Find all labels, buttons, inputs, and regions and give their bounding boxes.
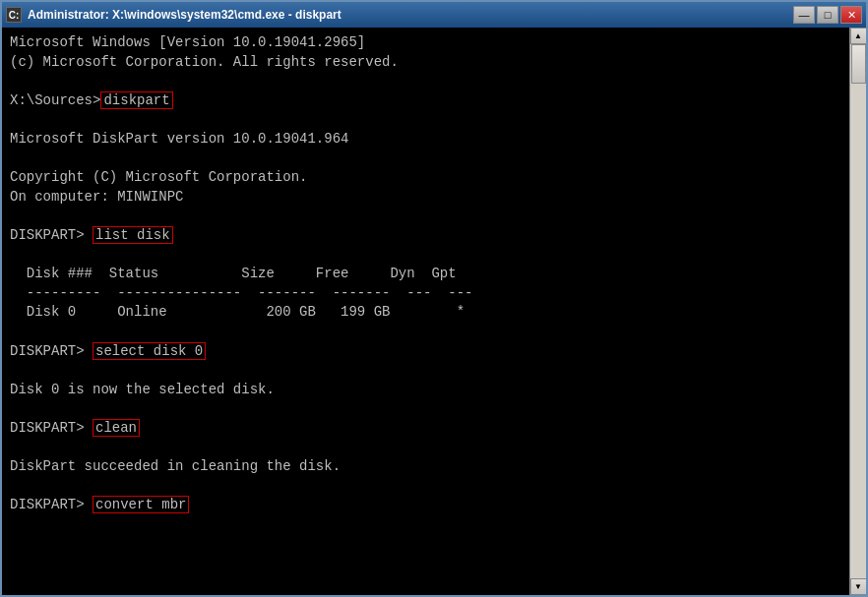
line-8: Copyright (C) Microsoft Corporation. <box>10 168 841 188</box>
prompt-2: DISKPART> <box>10 227 93 243</box>
line-13 <box>10 323 841 342</box>
line-7 <box>10 149 841 169</box>
line-9: On computer: MINWINPC <box>10 188 841 208</box>
cmd-list-disk: list disk <box>93 226 173 244</box>
line-19 <box>10 438 841 457</box>
window-icon: C: <box>6 7 22 23</box>
title-bar-left: C: Administrator: X:\windows\system32\cm… <box>6 7 341 23</box>
scroll-down-button[interactable]: ▼ <box>850 578 867 595</box>
line-6: Microsoft DiskPart version 10.0.19041.96… <box>10 130 841 149</box>
title-text: Administrator: X:\windows\system32\cmd.e… <box>28 8 341 22</box>
scrollbar[interactable]: ▲ ▼ <box>849 28 866 595</box>
line-17 <box>10 399 841 419</box>
scroll-track <box>850 44 866 578</box>
prompt-1: X:\Sources> <box>10 92 100 108</box>
line-14: DISKPART> select disk 0 <box>10 342 841 362</box>
line-4: X:\Sources>diskpart <box>10 91 841 111</box>
line-3 <box>10 72 841 91</box>
line-16: Disk 0 is now the selected disk. <box>10 381 841 400</box>
line-21 <box>10 477 841 497</box>
prompt-4: DISKPART> <box>10 420 93 436</box>
line-5 <box>10 110 841 130</box>
scroll-thumb[interactable] <box>851 44 866 84</box>
table-sep: --------- --------------- ------- ------… <box>10 284 841 304</box>
table-header: Disk ### Status Size Free Dyn Gpt <box>10 265 841 284</box>
cmd-clean: clean <box>93 419 140 437</box>
line-1: Microsoft Windows [Version 10.0.19041.29… <box>10 33 841 53</box>
title-buttons: — □ ✕ <box>793 6 862 24</box>
cmd-convert-mbr: convert mbr <box>93 496 189 513</box>
line-2: (c) Microsoft Corporation. All rights re… <box>10 53 841 73</box>
minimize-button[interactable]: — <box>793 6 815 24</box>
maximize-button[interactable]: □ <box>817 6 838 24</box>
line-15 <box>10 361 841 381</box>
cmd-window: C: Administrator: X:\windows\system32\cm… <box>0 0 868 597</box>
line-20: DiskPart succeeded in cleaning the disk. <box>10 457 841 477</box>
title-bar: C: Administrator: X:\windows\system32\cm… <box>2 2 866 28</box>
line-22: DISKPART> convert mbr <box>10 496 841 515</box>
cmd-select-disk: select disk 0 <box>93 342 206 360</box>
terminal-output[interactable]: Microsoft Windows [Version 10.0.19041.29… <box>2 28 849 595</box>
prompt-5: DISKPART> <box>10 497 93 512</box>
cmd-diskpart: diskpart <box>100 91 172 109</box>
line-11: DISKPART> list disk <box>10 226 841 246</box>
line-18: DISKPART> clean <box>10 419 841 439</box>
line-12 <box>10 246 841 266</box>
prompt-3: DISKPART> <box>10 343 93 359</box>
close-button[interactable]: ✕ <box>840 6 862 24</box>
content-area: Microsoft Windows [Version 10.0.19041.29… <box>2 28 866 595</box>
table-row-1: Disk 0 Online 200 GB 199 GB * <box>10 303 841 323</box>
scroll-up-button[interactable]: ▲ <box>850 28 867 44</box>
line-10 <box>10 207 841 226</box>
